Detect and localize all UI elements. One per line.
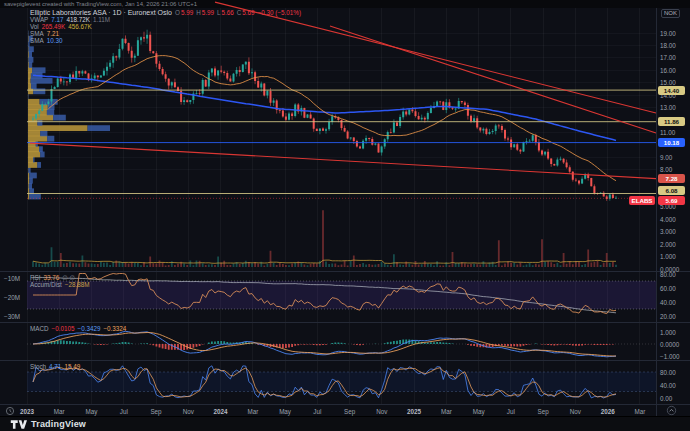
tradingview-logo-icon[interactable] — [10, 419, 27, 430]
footer-bar: TradingView — [0, 416, 690, 431]
currency-toggle[interactable]: NOK — [661, 9, 680, 18]
clock-icon[interactable] — [5, 406, 15, 416]
scale-collapse-icon[interactable] — [666, 405, 677, 416]
footer-brand-text[interactable]: TradingView — [31, 419, 86, 429]
chart-pane-hit-area[interactable] — [27, 8, 656, 404]
tradingview-chart-screenshot: savepiglevest created with TradingView.c… — [0, 0, 690, 431]
price-scale[interactable] — [656, 8, 690, 404]
